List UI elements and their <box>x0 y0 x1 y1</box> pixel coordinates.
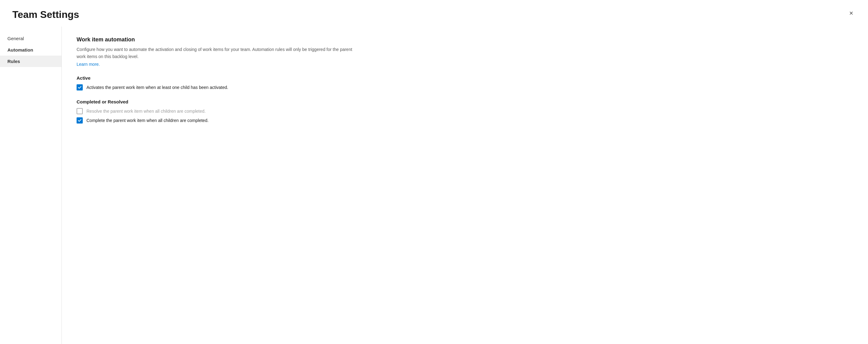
close-button[interactable]: × <box>847 9 856 18</box>
main-content: Work item automation Configure how you w… <box>62 27 868 344</box>
section-title: Work item automation <box>76 36 853 43</box>
learn-more-link[interactable]: Learn more. <box>76 62 100 67</box>
completed-group-title: Completed or Resolved <box>76 99 853 104</box>
rule-label-complete-parent: Complete the parent work item when all c… <box>87 118 209 123</box>
section-description: Configure how you want to automate the a… <box>76 46 354 60</box>
checkbox-complete-parent[interactable] <box>76 117 83 124</box>
checkmark-icon-2 <box>78 119 82 122</box>
completed-rule-group: Completed or Resolved Resolve the parent… <box>76 99 853 124</box>
active-rule-group: Active Activates the parent work item wh… <box>76 75 853 91</box>
checkbox-activate-parent[interactable] <box>76 84 83 91</box>
checkbox-unchecked-icon <box>76 108 83 114</box>
checkbox-resolve-parent[interactable] <box>76 108 83 114</box>
sidebar-item-automation: Automation <box>0 44 61 56</box>
rule-item-resolve-parent: Resolve the parent work item when all ch… <box>76 108 853 114</box>
sidebar: General Automation Rules <box>0 27 62 344</box>
checkmark-icon <box>78 86 82 89</box>
active-group-title: Active <box>76 75 853 81</box>
rule-label-resolve-parent: Resolve the parent work item when all ch… <box>87 109 206 114</box>
rule-item-activate-parent: Activates the parent work item when at l… <box>76 84 853 91</box>
dialog-body: General Automation Rules Work item autom… <box>0 27 868 344</box>
checkbox-checked-icon <box>76 84 83 91</box>
sidebar-item-rules[interactable]: Rules <box>0 56 61 67</box>
dialog-header: Team Settings × <box>0 0 868 27</box>
team-settings-dialog: Team Settings × General Automation Rules… <box>0 0 868 344</box>
rule-label-activate-parent: Activates the parent work item when at l… <box>87 85 228 90</box>
dialog-title: Team Settings <box>12 9 79 20</box>
sidebar-item-general[interactable]: General <box>0 33 61 44</box>
checkbox-checked-icon-2 <box>76 117 83 124</box>
rule-item-complete-parent: Complete the parent work item when all c… <box>76 117 853 124</box>
